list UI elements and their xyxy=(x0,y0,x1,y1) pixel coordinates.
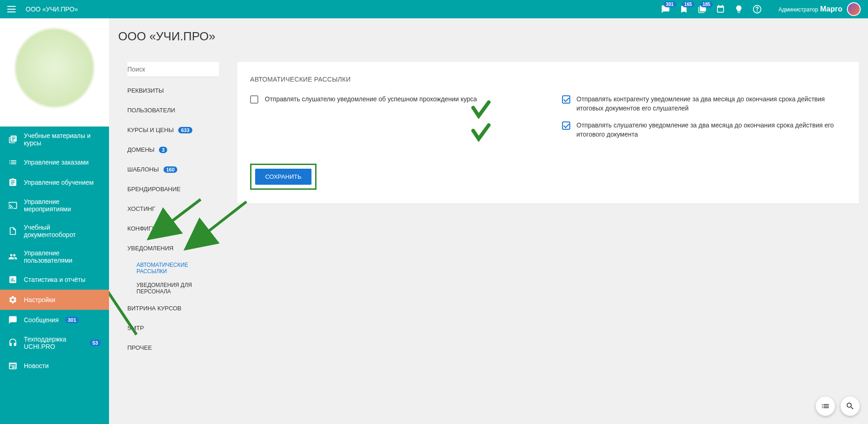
sec-item-config[interactable]: КОНФИГУРАЦИЯ xyxy=(118,219,228,238)
list-icon xyxy=(8,158,17,167)
sidebar-item-messages[interactable]: Сообщения 301 xyxy=(0,310,109,330)
help-icon[interactable] xyxy=(751,3,763,15)
calendar-icon[interactable] xyxy=(715,3,726,15)
sidebar-item-users[interactable]: Управление пользователями xyxy=(0,244,109,270)
fab-list[interactable] xyxy=(816,396,835,416)
user-menu[interactable]: Администратор Марго xyxy=(779,2,861,16)
sec-item-domains[interactable]: ДОМЕНЫ3 xyxy=(118,140,228,160)
main-content: ООО «УЧИ.ПРО» РЕКВИЗИТЫ ПОЛЬЗОВАТЕЛИ КУР… xyxy=(109,18,868,424)
chat-badge: 301 xyxy=(664,1,676,7)
sidebar-item-stats[interactable]: Статистика и отчёты xyxy=(0,270,109,290)
sec-item-smtp[interactable]: SMTP xyxy=(118,318,228,338)
sec-sub-staff-notif[interactable]: УВЕДОМЛЕНИЯ ДЛЯ ПЕРСОНАЛА xyxy=(118,278,228,298)
sec-item-courses[interactable]: КУРСЫ И ЦЕНЫ633 xyxy=(118,120,228,140)
file-icon xyxy=(8,226,17,236)
sidebar-item-label: Новости xyxy=(24,362,49,369)
chat-icon[interactable]: 301 xyxy=(660,3,671,15)
headset-icon xyxy=(8,338,17,347)
menu-toggle-icon[interactable] xyxy=(7,4,18,15)
sidebar-item-settings[interactable]: Настройки xyxy=(0,290,109,310)
sidebar-item-label: Управление мероприятиями xyxy=(24,198,101,213)
sidebar-item-materials[interactable]: Учебные материалы и курсы xyxy=(0,127,109,152)
checkbox-icon xyxy=(562,121,570,130)
sidebar-item-orders[interactable]: Управление заказами xyxy=(0,152,109,172)
sidebar-item-docflow[interactable]: Учебный документооборот xyxy=(0,218,109,244)
sidebar-item-news[interactable]: Новости xyxy=(0,356,109,376)
topbar: ООО «УЧИ.ПРО» 301 165 185 Администратор … xyxy=(0,0,868,18)
sidebar-item-label: Сообщения xyxy=(24,316,59,324)
svg-point-1 xyxy=(757,11,757,11)
checkbox-icon xyxy=(562,95,570,104)
bookmark1-icon[interactable]: 165 xyxy=(678,3,690,15)
sidebar-item-label: Управление обучением xyxy=(24,179,93,186)
checkbox-label: Отправлять слушателю уведомление за два … xyxy=(577,121,846,139)
sidebar-item-training[interactable]: Управление обучением xyxy=(0,172,109,193)
gear-icon xyxy=(8,295,17,304)
messages-badge: 301 xyxy=(65,317,79,323)
avatar xyxy=(847,2,861,16)
support-badge: 53 xyxy=(90,340,101,346)
fab-search[interactable] xyxy=(841,396,860,416)
lightbulb-icon[interactable] xyxy=(733,3,745,15)
sidebar-item-events[interactable]: Управление мероприятиями xyxy=(0,193,109,218)
sidebar-logo xyxy=(0,18,109,127)
app-title: ООО «УЧИ.ПРО» xyxy=(26,6,78,13)
sec-item-templates[interactable]: ШАБЛОНЫ160 xyxy=(118,160,228,179)
sidebar-item-label: Техподдержка UCHI.PRO xyxy=(24,336,83,350)
page-title: ООО «УЧИ.ПРО» xyxy=(118,29,859,44)
checkbox-icon xyxy=(250,95,258,104)
user-role: Администратор xyxy=(779,6,819,13)
bookmark1-badge: 165 xyxy=(682,1,694,7)
sidebar-item-label: Учебный документооборот xyxy=(24,224,101,238)
news-icon xyxy=(8,361,17,370)
bookmark2-icon[interactable]: 185 xyxy=(696,3,708,15)
sidebar-item-label: Учебные материалы и курсы xyxy=(24,132,101,147)
sec-item-hosting[interactable]: ХОСТИНГ xyxy=(118,199,228,219)
settings-nav: РЕКВИЗИТЫ ПОЛЬЗОВАТЕЛИ КУРСЫ И ЦЕНЫ633 Д… xyxy=(118,62,228,358)
checkbox-notify-success[interactable]: Отправлять слушателю уведомление об успе… xyxy=(250,95,535,104)
chart-icon xyxy=(8,275,17,284)
sidebar-item-label: Статистика и отчёты xyxy=(24,276,86,283)
sidebar-item-label: Управление заказами xyxy=(24,159,89,166)
message-icon xyxy=(8,315,17,325)
checkbox-label: Отправлять контрагенту уведомление за дв… xyxy=(577,95,846,113)
sec-item-showcase[interactable]: ВИТРИНА КУРСОВ xyxy=(118,298,228,318)
bookmark2-badge: 185 xyxy=(700,1,713,7)
checkbox-notify-listener[interactable]: Отправлять слушателю уведомление за два … xyxy=(562,121,846,139)
sec-item-requisites[interactable]: РЕКВИЗИТЫ xyxy=(118,81,228,100)
sidebar: Учебные материалы и курсы Управление зак… xyxy=(0,18,109,424)
card-title: АВТОМАТИЧЕСКИЕ РАССЫЛКИ xyxy=(250,76,846,83)
sec-item-other[interactable]: ПРОЧЕЕ xyxy=(118,338,228,358)
sidebar-item-label: Управление пользователями xyxy=(24,249,101,264)
save-highlight: СОХРАНИТЬ xyxy=(250,164,317,190)
search-input[interactable] xyxy=(127,62,219,77)
sec-item-notifications[interactable]: УВЕДОМЛЕНИЯ xyxy=(118,238,228,258)
people-icon xyxy=(8,252,17,261)
library-icon xyxy=(8,135,17,144)
checkbox-label: Отправлять слушателю уведомление об успе… xyxy=(265,95,477,104)
save-button[interactable]: СОХРАНИТЬ xyxy=(255,169,311,185)
cast-icon xyxy=(8,201,17,210)
fab-group xyxy=(816,396,860,416)
sidebar-item-label: Настройки xyxy=(24,296,55,303)
settings-card: АВТОМАТИЧЕСКИЕ РАССЫЛКИ Отправлять слуша… xyxy=(237,62,859,204)
sec-item-users[interactable]: ПОЛЬЗОВАТЕЛИ xyxy=(118,100,228,120)
checkbox-notify-counterparty[interactable]: Отправлять контрагенту уведомление за дв… xyxy=(562,95,846,113)
user-name: Марго xyxy=(820,5,842,13)
assignment-icon xyxy=(8,178,17,187)
sec-sub-auto-mailings[interactable]: АВТОМАТИЧЕСКИЕ РАССЫЛКИ xyxy=(118,258,228,278)
sidebar-item-support[interactable]: Техподдержка UCHI.PRO 53 xyxy=(0,330,109,356)
sec-item-branding[interactable]: БРЕНДИРОВАНИЕ xyxy=(118,179,228,199)
